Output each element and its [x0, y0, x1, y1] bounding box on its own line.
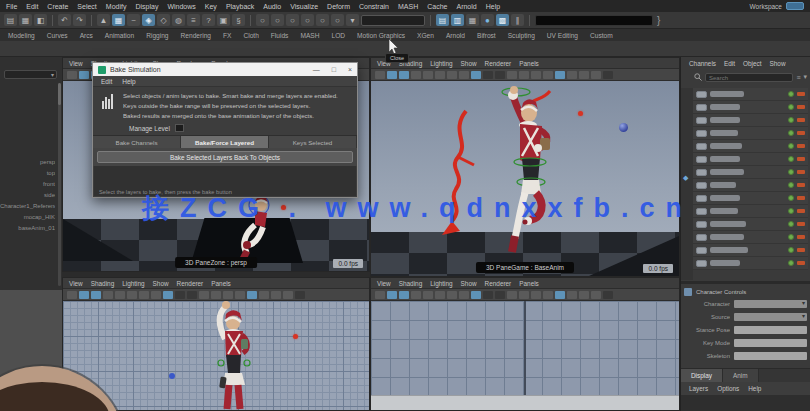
layer-row[interactable] — [693, 114, 808, 127]
panel-toolbar-icon[interactable] — [567, 71, 577, 79]
panel-toolbar-icon[interactable] — [223, 291, 233, 299]
panel-toolbar-icon[interactable] — [139, 291, 149, 299]
chain-link-icon[interactable]: ○ — [316, 14, 329, 26]
save-scene-icon[interactable]: ◧ — [34, 14, 47, 26]
panel-toolbar-icon[interactable] — [531, 71, 541, 79]
panel-toolbar-icon[interactable] — [555, 291, 565, 299]
panel-menu-item[interactable]: Show — [153, 280, 169, 287]
shelf-tab[interactable]: Rigging — [146, 32, 168, 39]
panel-menu-item[interactable]: View — [69, 280, 83, 287]
panel-toolbar-icon[interactable] — [387, 71, 397, 79]
layer-menu-item[interactable]: Options — [717, 385, 739, 392]
menu-item[interactable]: Visualize — [290, 3, 318, 10]
panel-toolbar-icon[interactable] — [423, 291, 433, 299]
panel-toolbar-icon[interactable] — [555, 71, 565, 79]
visibility-toggle-icon[interactable] — [788, 260, 794, 266]
panel-toolbar-icon[interactable] — [483, 291, 493, 299]
panel-toolbar-icon[interactable] — [199, 291, 209, 299]
control-field[interactable] — [734, 313, 807, 321]
shelf-tab[interactable]: Sculpting — [508, 32, 535, 39]
render-settings-icon[interactable]: ▩ — [496, 14, 509, 26]
panel-menu-item[interactable]: Lighting — [430, 60, 452, 67]
snap-curve-icon[interactable]: ~ — [127, 14, 140, 26]
panel-toolbar-icon[interactable] — [295, 291, 305, 299]
panel-menu-item[interactable]: View — [69, 60, 83, 67]
panel-toolbar-icon[interactable] — [579, 71, 589, 79]
layer-row[interactable] — [693, 179, 808, 192]
panel-menu-item[interactable]: Renderer — [177, 280, 204, 287]
channel-box-menu-item[interactable]: Edit — [724, 60, 735, 67]
panel-toolbar-icon[interactable] — [175, 291, 185, 299]
panel-toolbar-icon[interactable] — [235, 291, 245, 299]
control-field[interactable] — [734, 300, 807, 308]
layer-row[interactable] — [693, 257, 808, 270]
channel-box-menu-item[interactable]: Show — [770, 60, 786, 67]
visibility-toggle-icon[interactable] — [788, 156, 794, 162]
panel-toolbar-icon[interactable] — [91, 291, 101, 299]
panel-toolbar-icon[interactable] — [507, 291, 517, 299]
mute-toggle-icon[interactable] — [797, 222, 805, 226]
layer-row[interactable] — [693, 127, 808, 140]
panel-menu-item[interactable]: Panels — [519, 280, 539, 287]
viewport-canvas[interactable] — [371, 301, 679, 410]
layer-row[interactable] — [693, 231, 808, 244]
panel-toolbar-icon[interactable] — [375, 291, 385, 299]
mute-toggle-icon[interactable] — [797, 196, 805, 200]
panel-toolbar-icon[interactable] — [79, 291, 89, 299]
outliner-scrollbar[interactable] — [58, 83, 61, 286]
select-tool-icon[interactable]: ▲ — [97, 14, 110, 26]
undo-icon[interactable]: ↶ — [58, 14, 71, 26]
chain-link-icon[interactable]: ○ — [331, 14, 344, 26]
ipr-render-icon[interactable]: ● — [481, 14, 494, 26]
panel-toolbar-icon[interactable] — [603, 71, 613, 79]
shelf-tab[interactable]: Custom — [590, 32, 613, 39]
mute-toggle-icon[interactable] — [797, 144, 805, 148]
visibility-toggle-icon[interactable] — [788, 195, 794, 201]
snap-grid-icon[interactable]: ▦ — [112, 14, 125, 26]
panel-toolbar-icon[interactable] — [591, 291, 601, 299]
outliner-node[interactable]: persp — [0, 159, 55, 165]
panel-menu-item[interactable]: View — [377, 280, 391, 287]
visibility-toggle-icon[interactable] — [788, 247, 794, 253]
dialog-tab[interactable]: Keys Selected — [269, 136, 357, 148]
menu-item[interactable]: Audio — [263, 3, 281, 10]
panel-menu-item[interactable]: Panels — [211, 280, 231, 287]
panel-toolbar-icon[interactable] — [411, 71, 421, 79]
menu-item[interactable]: Playback — [226, 3, 254, 10]
panel-toolbar-icon[interactable] — [435, 291, 445, 299]
panel-toolbar-icon[interactable] — [411, 291, 421, 299]
panel-toolbar-icon[interactable] — [151, 291, 161, 299]
playblast-icon[interactable]: ▤ — [436, 14, 449, 26]
panel-toolbar-icon[interactable] — [247, 291, 257, 299]
panel-toolbar-icon[interactable] — [163, 291, 173, 299]
panel-toolbar-icon[interactable] — [519, 71, 529, 79]
layer-row[interactable] — [693, 192, 808, 205]
dialog-menu-item[interactable]: Edit — [101, 78, 112, 85]
menu-item[interactable]: Cache — [427, 3, 447, 10]
visibility-toggle-icon[interactable] — [788, 221, 794, 227]
layer-row[interactable] — [693, 153, 808, 166]
panel-menu-item[interactable]: Lighting — [430, 280, 452, 287]
viewport-canvas[interactable] — [63, 301, 369, 410]
visibility-toggle-icon[interactable] — [788, 182, 794, 188]
panel-menu-item[interactable]: Shading — [91, 280, 114, 287]
mute-toggle-icon[interactable] — [797, 131, 805, 135]
shelf-tab[interactable]: Modeling — [8, 32, 35, 39]
open-scene-icon[interactable]: ▦ — [19, 14, 32, 26]
mute-toggle-icon[interactable] — [797, 157, 805, 161]
panel-toolbar-icon[interactable] — [591, 71, 601, 79]
panel-toolbar-icon[interactable] — [567, 291, 577, 299]
panel-toolbar-icon[interactable] — [399, 291, 409, 299]
panel-toolbar-icon[interactable] — [127, 291, 137, 299]
panel-toolbar-icon[interactable] — [459, 291, 469, 299]
panel-toolbar-icon[interactable] — [507, 71, 517, 79]
visibility-toggle-icon[interactable] — [788, 130, 794, 136]
history-icon[interactable]: ≡ — [187, 14, 200, 26]
snap-point-icon[interactable]: ◈ — [142, 14, 155, 26]
panel-toolbar-icon[interactable] — [495, 291, 505, 299]
panel-toolbar-icon[interactable] — [531, 291, 541, 299]
panel-menu-item[interactable]: Lighting — [122, 280, 144, 287]
visibility-toggle-icon[interactable] — [788, 169, 794, 175]
visibility-toggle-icon[interactable] — [788, 91, 794, 97]
shelf-tab[interactable]: Arnold — [446, 32, 465, 39]
